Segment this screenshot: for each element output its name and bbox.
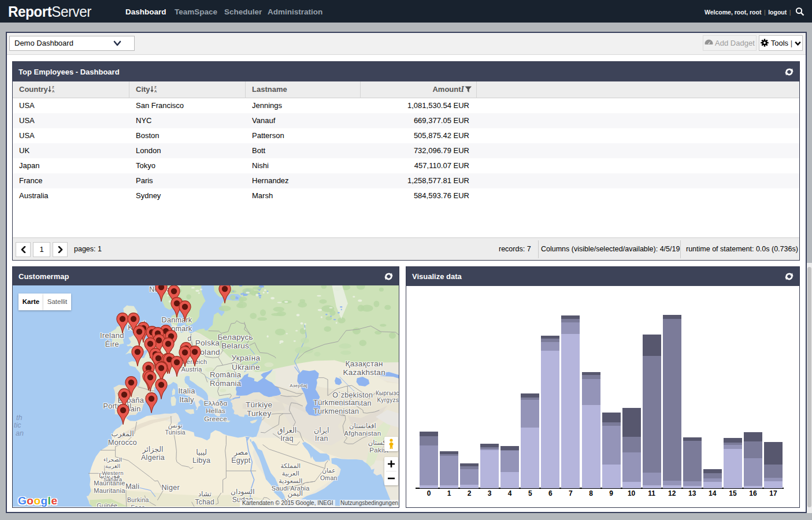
svg-text:A: A — [52, 90, 55, 93]
svg-text:Z: Z — [52, 86, 54, 89]
svg-text:Z: Z — [154, 86, 157, 89]
svg-text:A: A — [154, 90, 157, 93]
